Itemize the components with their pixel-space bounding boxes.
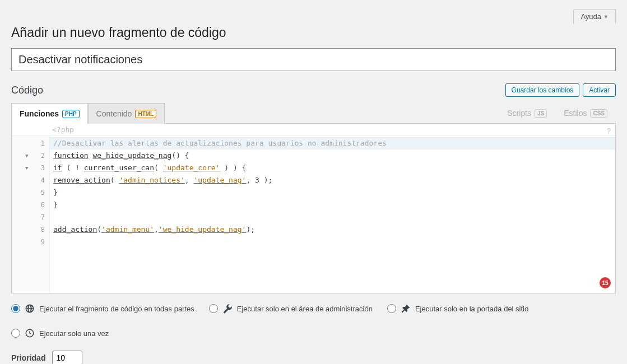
- globe-icon: [25, 304, 35, 314]
- clock-icon: [25, 328, 35, 338]
- tab-functions[interactable]: Funciones PHP: [11, 103, 88, 124]
- help-button[interactable]: Ayuda ▼: [573, 9, 616, 24]
- tab-scripts[interactable]: Scripts JS: [499, 102, 555, 123]
- tab-content[interactable]: Contenido HTML: [88, 103, 165, 124]
- snippet-title-input[interactable]: [11, 48, 616, 71]
- css-badge: CSS: [590, 109, 607, 118]
- php-badge: PHP: [62, 110, 80, 118]
- chevron-down-icon: ▼: [603, 14, 609, 20]
- error-count-badge[interactable]: 15: [600, 277, 611, 288]
- pin-icon: [401, 304, 411, 314]
- php-open-tag: <?php: [12, 124, 615, 136]
- js-badge: JS: [535, 109, 547, 118]
- scope-frontend[interactable]: Ejecutar solo en la portada del sitio: [387, 304, 528, 314]
- scope-admin[interactable]: Ejecutar solo en el área de administraci…: [209, 304, 373, 314]
- wrench-icon: [222, 304, 233, 314]
- help-label: Ayuda: [580, 12, 601, 21]
- scope-everywhere[interactable]: Ejecutar el fragmento de código en todas…: [11, 304, 194, 314]
- priority-input[interactable]: [52, 351, 82, 364]
- save-button[interactable]: Guardar los cambios: [505, 83, 580, 97]
- tab-styles[interactable]: Estilos CSS: [555, 102, 616, 123]
- code-content[interactable]: //Desactivar las alertas de actualizacio…: [50, 136, 615, 293]
- line-gutter: 1 ▼2 ▼3 4 5 6 7 8 9: [12, 136, 50, 293]
- priority-label: Prioridad: [11, 353, 45, 362]
- help-icon[interactable]: ?: [607, 127, 611, 135]
- html-badge: HTML: [135, 110, 156, 118]
- page-title: Añadir un nuevo fragmento de código: [11, 25, 616, 40]
- code-section-label: Código: [11, 85, 43, 96]
- activate-button[interactable]: Activar: [583, 83, 616, 97]
- scope-once[interactable]: Ejecutar solo una vez: [11, 328, 616, 338]
- code-editor[interactable]: <?php ? 1 ▼2 ▼3 4 5 6 7 8 9 //Desactivar…: [11, 124, 616, 293]
